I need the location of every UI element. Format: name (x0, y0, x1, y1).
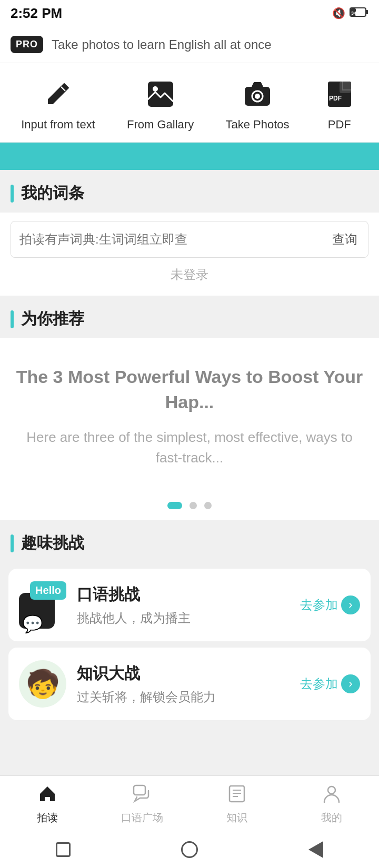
my-vocab-header: 我的词条 (0, 170, 379, 213)
android-square-button[interactable] (52, 838, 75, 861)
nav-speaking[interactable]: 口语广场 (116, 784, 168, 825)
speech-icon (133, 784, 152, 808)
nav-home[interactable]: 拍读 (21, 784, 74, 825)
knowledge-join-label: 去参加 (300, 675, 338, 692)
knowledge-battle-info: 知识大战 过关斩将，解锁会员能力 (77, 663, 290, 705)
battery-icon: 34 (350, 7, 368, 20)
action-pdf-label: PDF (328, 118, 351, 132)
action-take-photos[interactable]: Take Photos (225, 76, 289, 132)
android-back-button[interactable] (304, 838, 327, 861)
camera-icon (239, 76, 276, 113)
status-icons: 🔇 34 (332, 7, 368, 20)
gallery-icon (142, 76, 179, 113)
action-input-text[interactable]: Input from text (21, 76, 95, 132)
recommend-header: 为你推荐 (0, 296, 379, 338)
recommend-section: 为你推荐 The 3 Most Powerful Ways to Boost Y… (0, 296, 379, 520)
section-bar-recommend (11, 310, 14, 328)
teal-banner[interactable] (0, 143, 379, 170)
svg-rect-1 (366, 10, 368, 14)
action-gallery-label: From Gallary (127, 118, 194, 132)
not-logged-text: 未登录 (11, 266, 368, 285)
speaking-challenge-sub: 挑战他人，成为播主 (77, 610, 290, 627)
nav-knowledge-label: 知识 (226, 811, 247, 825)
pro-badge: PRO (11, 36, 43, 53)
recommend-card-desc: Here are three of the simplest, most eff… (16, 427, 363, 468)
header-tagline: Take photos to learn English all at once (52, 37, 272, 52)
speaking-join-arrow: › (341, 596, 360, 614)
action-from-gallery[interactable]: From Gallary (127, 76, 194, 132)
my-vocab-title: 我的词条 (21, 183, 84, 204)
home-icon (38, 784, 57, 808)
dot-1[interactable] (167, 502, 182, 509)
dot-2[interactable] (190, 502, 197, 509)
svg-rect-13 (134, 785, 145, 795)
section-bar-accent (11, 185, 14, 203)
challenge-section: 趣味挑战 Hello 口语挑战 挑战他人，成为播主 去参加 › (0, 520, 379, 720)
speaking-join-label: 去参加 (300, 597, 338, 613)
knowledge-join-button[interactable]: 去参加 › (300, 674, 360, 693)
vocab-area: 查询 未登录 (0, 213, 379, 296)
book-icon (227, 784, 246, 808)
knowledge-battle-icon: 🧒 (19, 660, 66, 708)
knowledge-battle-card[interactable]: 🧒 知识大战 过关斩将，解锁会员能力 去参加 › (8, 648, 371, 720)
svg-point-5 (153, 86, 158, 92)
header-bar: PRO Take photos to learn English all at … (0, 26, 379, 63)
nav-home-label: 拍读 (37, 811, 58, 825)
knowledge-battle-sub: 过关斩将，解锁会员能力 (77, 689, 290, 705)
knowledge-battle-name: 知识大战 (77, 663, 290, 684)
status-time: 2:52 PM (11, 5, 62, 22)
bottom-nav: 拍读 口语广场 知识 我的 (0, 775, 379, 831)
speaking-challenge-info: 口语挑战 挑战他人，成为播主 (77, 584, 290, 627)
section-bar-challenge (11, 534, 14, 552)
speaking-challenge-card[interactable]: Hello 口语挑战 挑战他人，成为播主 去参加 › (8, 569, 371, 641)
speaking-challenge-icon: Hello (19, 581, 66, 629)
svg-point-18 (328, 786, 335, 794)
android-nav-bar (0, 831, 379, 868)
challenge-header: 趣味挑战 (0, 520, 379, 562)
svg-text:PDF: PDF (329, 95, 342, 102)
svg-rect-4 (148, 82, 173, 107)
vocab-search-row: 查询 (11, 221, 368, 258)
knowledge-join-arrow: › (341, 674, 360, 693)
recommend-title: 为你推荐 (21, 308, 84, 330)
action-row: Input from text From Gallary Take Photos (0, 63, 379, 143)
action-photos-label: Take Photos (225, 118, 289, 132)
vocab-search-input[interactable] (11, 223, 322, 256)
action-pdf[interactable]: PDF PDF (321, 76, 358, 132)
nav-knowledge[interactable]: 知识 (211, 784, 263, 825)
svg-text:34: 34 (351, 11, 356, 16)
dot-3[interactable] (204, 502, 212, 509)
dots-pagination (0, 489, 379, 520)
vocab-search-button[interactable]: 查询 (322, 221, 368, 257)
svg-rect-11 (340, 82, 351, 93)
person-icon (322, 784, 341, 808)
svg-point-8 (255, 94, 260, 99)
nav-mine[interactable]: 我的 (305, 784, 358, 825)
recommend-card-title: The 3 Most Powerful Ways to Boost Your H… (16, 365, 363, 415)
nav-speaking-label: 口语广场 (121, 811, 163, 825)
mute-icon: 🔇 (332, 7, 345, 19)
nav-mine-label: 我的 (321, 811, 342, 825)
action-input-text-label: Input from text (21, 118, 95, 132)
status-bar: 2:52 PM 🔇 34 (0, 0, 379, 26)
speaking-join-button[interactable]: 去参加 › (300, 596, 360, 614)
android-home-button[interactable] (178, 838, 201, 861)
pdf-icon: PDF (321, 76, 358, 113)
challenge-section-title: 趣味挑战 (21, 532, 84, 554)
recommend-card[interactable]: The 3 Most Powerful Ways to Boost Your H… (0, 338, 379, 489)
pencil-icon (39, 76, 76, 113)
speaking-challenge-name: 口语挑战 (77, 584, 290, 605)
